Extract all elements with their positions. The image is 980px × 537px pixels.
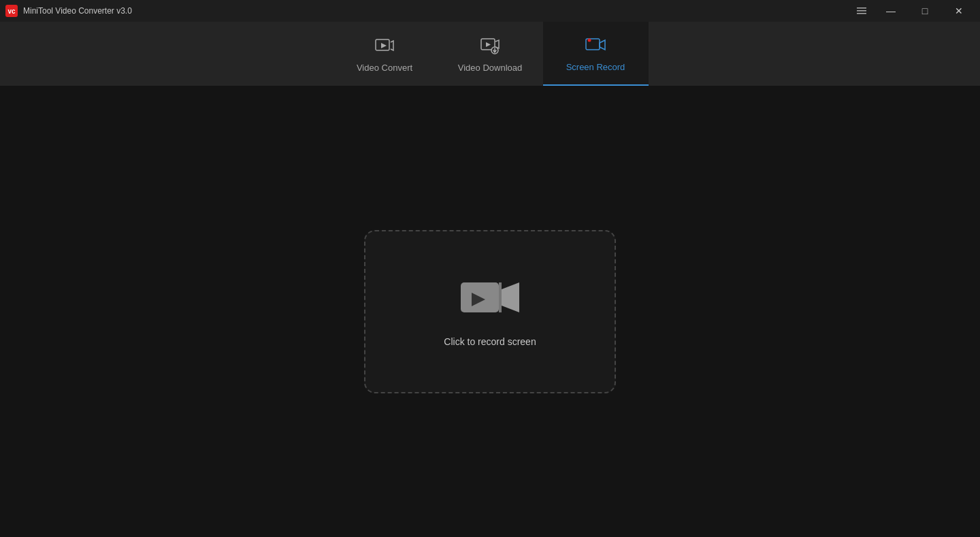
nav-tabs: Video Convert Video Download Screen Reco… bbox=[0, 22, 980, 86]
video-download-icon bbox=[480, 35, 500, 56]
tab-screen-record[interactable]: Screen Record bbox=[543, 22, 649, 86]
record-prompt: Click to record screen bbox=[444, 336, 536, 347]
close-button[interactable]: ✕ bbox=[943, 0, 975, 22]
record-camera-icon bbox=[459, 276, 521, 320]
maximize-button[interactable]: □ bbox=[909, 0, 941, 22]
svg-point-9 bbox=[588, 38, 591, 42]
tab-video-download-label: Video Download bbox=[458, 63, 522, 73]
screen-record-icon bbox=[585, 35, 606, 55]
svg-rect-0 bbox=[857, 7, 866, 9]
tab-video-convert[interactable]: Video Convert bbox=[332, 22, 438, 86]
svg-marker-6 bbox=[486, 42, 491, 47]
main-content: Click to record screen bbox=[0, 86, 980, 537]
record-icon-container bbox=[459, 276, 521, 320]
tab-screen-record-label: Screen Record bbox=[566, 62, 625, 72]
svg-rect-12 bbox=[499, 282, 502, 312]
title-bar-controls: — □ ✕ bbox=[851, 0, 975, 22]
title-bar-left: vc MiniTool Video Converter v3.0 bbox=[5, 5, 132, 17]
menu-button[interactable] bbox=[851, 0, 872, 22]
app-logo: vc bbox=[5, 5, 18, 17]
tab-video-download[interactable]: Video Download bbox=[438, 22, 543, 86]
title-bar: vc MiniTool Video Converter v3.0 — □ ✕ bbox=[0, 0, 980, 22]
minimize-button[interactable]: — bbox=[875, 0, 906, 22]
tab-video-convert-label: Video Convert bbox=[357, 63, 412, 73]
video-convert-icon bbox=[374, 35, 395, 56]
app-title: MiniTool Video Converter v3.0 bbox=[23, 6, 132, 16]
record-area[interactable]: Click to record screen bbox=[364, 230, 616, 393]
svg-marker-4 bbox=[381, 43, 387, 48]
svg-rect-1 bbox=[857, 10, 866, 12]
svg-rect-2 bbox=[857, 13, 866, 14]
